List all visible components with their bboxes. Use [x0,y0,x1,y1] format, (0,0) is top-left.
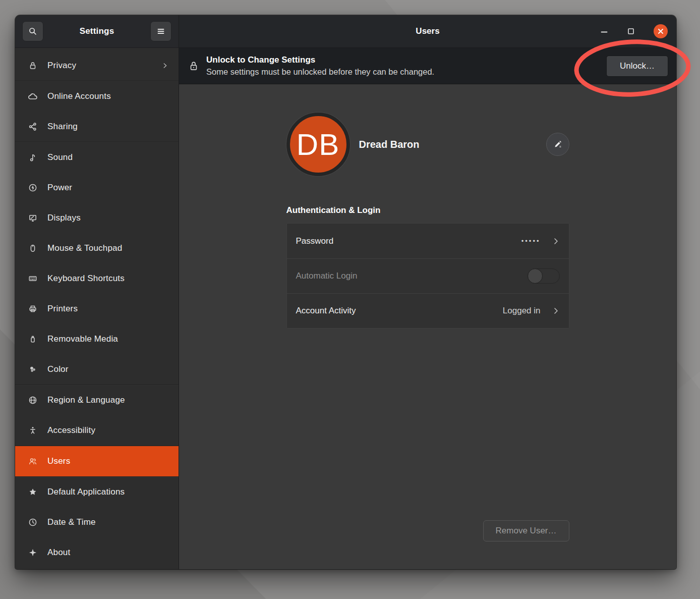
maximize-button[interactable] [627,27,635,35]
close-button[interactable] [654,24,668,38]
password-dots: ••••• [521,237,541,245]
sidebar-item-accessibility[interactable]: Accessibility [15,415,179,446]
unlock-banner: Unlock to Change Settings Some settings … [179,48,676,84]
sidebar-item-online-accounts[interactable]: Online Accounts [15,81,179,112]
chevron-right-icon [552,237,560,245]
pencil-icon [553,139,563,149]
unlock-button[interactable]: Unlock… [606,56,668,77]
sidebar-item-privacy[interactable]: Privacy [15,50,179,81]
sidebar-item-mouse-touchpad[interactable]: Mouse & Touchpad [15,233,179,263]
sidebar: Settings Privacy Online Accounts [15,15,179,569]
lock-icon [188,60,199,72]
sidebar-list: Privacy Online Accounts Sharing Sound [15,48,179,569]
sidebar-item-keyboard-shortcuts[interactable]: Keyboard Shortcuts [15,263,179,294]
sidebar-item-date-time[interactable]: Date & Time [15,507,179,537]
users-icon [27,456,38,467]
account-activity-label: Account Activity [296,306,503,316]
chevron-right-icon [552,307,560,315]
display-icon [27,212,38,224]
color-profile-icon [27,364,38,375]
sidebar-item-color[interactable]: Color [15,354,179,385]
remove-user-button[interactable]: Remove User… [483,520,569,541]
user-name: Dread Baron [359,139,420,150]
sidebar-title: Settings [80,26,114,36]
cloud-icon [27,91,38,102]
minimize-button[interactable] [600,27,608,35]
printer-icon [27,303,38,314]
search-icon [28,26,38,36]
clock-icon [27,517,38,528]
sidebar-item-sharing[interactable]: Sharing [15,112,179,142]
desktop-background: Settings Privacy Online Accounts [0,0,700,599]
sidebar-item-printers[interactable]: Printers [15,294,179,324]
password-row[interactable]: Password ••••• [287,224,569,258]
avatar[interactable]: DB [286,113,350,176]
account-activity-value: Logged in [503,306,541,316]
lock-icon [27,60,38,71]
users-content: DB Dread Baron Authentication & Login Pa [179,84,676,569]
edit-name-button[interactable] [546,133,569,156]
hamburger-icon [156,26,166,36]
main-panel: Users Unlock t [179,15,676,569]
banner-subtitle: Some settings must be unlocked before th… [206,66,606,77]
avatar-initials: DB [297,127,339,162]
sidebar-item-region-language[interactable]: Region & Language [15,385,179,415]
sidebar-header: Settings [15,15,179,48]
mouse-icon [27,243,38,254]
maximize-icon [627,27,635,35]
sidebar-item-sound[interactable]: Sound [15,142,179,173]
accessibility-icon [27,425,38,436]
password-label: Password [296,236,521,246]
sidebar-item-displays[interactable]: Displays [15,203,179,233]
keyboard-icon [27,273,38,284]
automatic-login-toggle[interactable] [528,268,560,284]
titlebar: Users [179,15,676,48]
search-button[interactable] [22,21,43,41]
content-column: DB Dread Baron Authentication & Login Pa [286,84,569,569]
automatic-login-label: Automatic Login [296,271,528,281]
sidebar-item-removable-media[interactable]: Removable Media [15,324,179,354]
chevron-right-icon [161,62,168,69]
usb-drive-icon [27,334,38,345]
sparkle-icon [27,547,38,558]
power-icon [27,182,38,193]
menu-button[interactable] [150,21,171,41]
banner-title: Unlock to Change Settings [206,55,606,66]
star-icon [27,486,38,498]
settings-window: Settings Privacy Online Accounts [15,15,676,569]
globe-icon [27,395,38,406]
automatic-login-row: Automatic Login [287,258,569,293]
sidebar-item-users[interactable]: Users [15,446,179,476]
sidebar-item-power[interactable]: Power [15,173,179,203]
auth-login-card: Password ••••• Automatic Login Account A… [286,223,569,329]
section-heading: Authentication & Login [286,205,569,215]
close-icon [657,28,664,35]
toggle-knob [528,268,543,284]
banner-text: Unlock to Change Settings Some settings … [206,55,606,77]
account-activity-row[interactable]: Account Activity Logged in [287,293,569,328]
sidebar-item-default-applications[interactable]: Default Applications [15,477,179,507]
user-row: DB Dread Baron [286,113,569,176]
share-icon [27,121,38,132]
minimize-icon [600,27,608,35]
sidebar-item-about[interactable]: About [15,537,179,568]
music-note-icon [27,152,38,163]
window-controls [600,24,676,38]
